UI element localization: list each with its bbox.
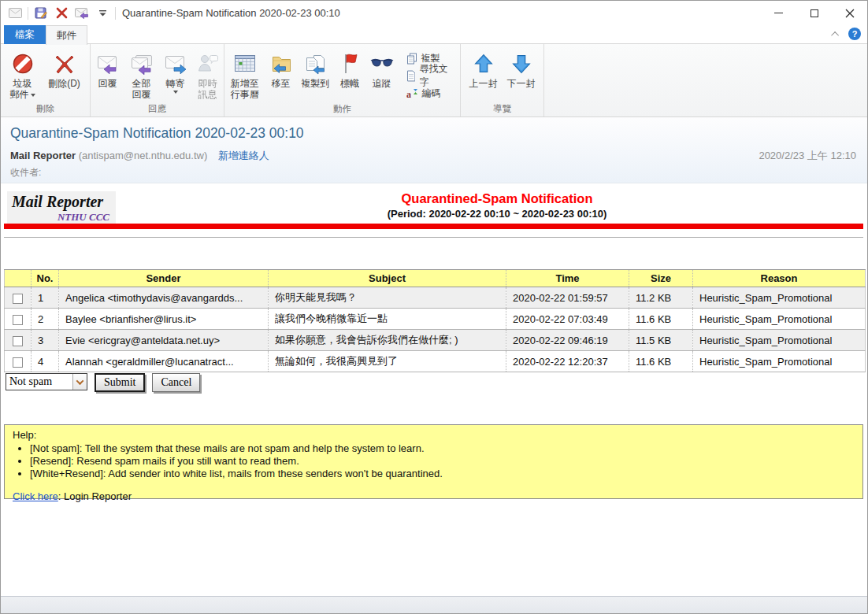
submit-button[interactable]: Submit: [95, 373, 145, 392]
col-reason: Reason: [693, 270, 866, 287]
group-label: 刪除: [36, 102, 54, 117]
copy-icon: [406, 53, 417, 65]
sunglasses-icon: [369, 50, 395, 78]
no-entry-icon: [12, 50, 34, 78]
table-row: 1 Angelica <timothydavis@avangardds... 你…: [5, 287, 866, 309]
move-to-button[interactable]: 移至: [265, 48, 297, 89]
horizontal-rule: [4, 237, 863, 238]
ribbon: 垃圾郵件 刪除(D) 刪除 回覆: [1, 44, 867, 117]
reply-all-envelopes-icon: [129, 50, 154, 78]
table-row: 3 Evie <ericgray@anteldata.net.uy> 如果你願意…: [5, 330, 866, 351]
add-contact-link[interactable]: 新增連絡人: [218, 150, 269, 161]
add-to-calendar-button[interactable]: 新增至行事曆: [224, 48, 265, 100]
close-icon: [845, 9, 855, 18]
delete-button[interactable]: 刪除(D): [42, 48, 87, 89]
help-title: Help:: [13, 429, 855, 441]
row-checkbox[interactable]: [13, 294, 23, 304]
help-item: [White+Resend]: Add sender into white li…: [30, 468, 855, 479]
minimize-button[interactable]: [761, 1, 796, 25]
instant-message-button: 即時訊息: [192, 48, 224, 100]
tab-mail[interactable]: 郵件: [46, 25, 87, 45]
maximize-icon: [811, 9, 818, 17]
next-button[interactable]: 下一封: [503, 48, 540, 89]
window-title: Quarantine-Spam Notification 2020-02-23 …: [122, 7, 340, 19]
message-date: 2020/2/23 上午 12:10: [759, 149, 856, 163]
col-size: Size: [629, 270, 693, 287]
save-icon[interactable]: [33, 6, 49, 21]
help-list: [Not spam]: Tell the system that these m…: [30, 442, 855, 479]
find-text-icon: [406, 70, 416, 82]
collapse-ribbon-icon[interactable]: [831, 31, 839, 39]
ribbon-group-actions: 新增至行事曆 移至 複製到: [224, 44, 461, 117]
status-bar: [1, 596, 867, 613]
folder-arrow-icon: [270, 50, 292, 78]
delete-icon[interactable]: [54, 6, 69, 21]
action-select[interactable]: Not spam: [6, 373, 87, 390]
help-box: Help: [Not spam]: Tell the system that t…: [4, 424, 863, 499]
copy-to-button[interactable]: 複製到: [296, 48, 334, 89]
help-item: [Resend]: Resend spam mails if you still…: [30, 455, 855, 467]
brand-block: Mail Reporter NTHU CCC: [7, 191, 116, 227]
login-reporter-link[interactable]: Click here: [13, 490, 58, 502]
forward-button[interactable]: 轉寄: [159, 48, 192, 94]
dropdown-caret-icon: [173, 91, 178, 94]
col-sender: Sender: [59, 270, 269, 287]
titlebar: Quarantine-Spam Notification 2020-02-23 …: [1, 1, 867, 25]
action-form: Not spam Submit Cancel: [6, 373, 200, 394]
flag-button[interactable]: 標幟: [334, 48, 365, 89]
red-divider-bar: [4, 224, 863, 229]
previous-button[interactable]: 上一封: [465, 48, 503, 89]
separator: [28, 7, 28, 20]
message-header: Quarantine-Spam Notification 2020-02-23 …: [1, 117, 867, 183]
reply-button[interactable]: 回覆: [91, 48, 124, 89]
checkbox-column-header: [5, 270, 32, 287]
quick-access-toolbar: [1, 6, 116, 21]
row-checkbox[interactable]: [13, 315, 23, 325]
reply-all-button[interactable]: 全部回覆: [124, 48, 159, 100]
sender-name: Mail Reporter: [10, 150, 76, 161]
dropdown-caret-icon: [31, 94, 35, 97]
down-arrow-icon: [510, 50, 532, 78]
minimize-icon: [774, 13, 783, 13]
junk-mail-button[interactable]: 垃圾郵件: [4, 48, 42, 100]
tab-file[interactable]: 檔案: [4, 25, 46, 44]
action-select-value: Not spam: [6, 375, 72, 388]
svg-text:a: a: [406, 89, 411, 99]
table-header-row: No. Sender Subject Time Size Reason: [5, 270, 866, 287]
table-row: 2 Baylee <brianfisher@lirus.it> 讓我們今晚稍微靠…: [5, 309, 866, 330]
help-icon[interactable]: ?: [848, 28, 861, 40]
flag-icon: [339, 50, 360, 78]
col-time: Time: [506, 270, 629, 287]
spam-table: No. Sender Subject Time Size Reason 1 An…: [4, 269, 866, 372]
qat-customize-icon[interactable]: [95, 6, 110, 21]
forward-envelope-icon: [164, 50, 187, 78]
ribbon-group-navigate: 上一封 下一封 導覽: [461, 44, 544, 117]
sender-address: (antispam@net.nthu.edu.tw): [79, 150, 208, 161]
window-envelope-icon: [7, 6, 23, 21]
ribbon-group-delete: 垃圾郵件 刪除(D) 刪除: [1, 44, 91, 117]
notification-title: Quarantined-Spam Notification: [292, 191, 702, 206]
ribbon-group-respond: 回覆 全部回覆 轉寄: [91, 44, 224, 117]
col-subject: Subject: [269, 270, 506, 287]
cancel-button[interactable]: Cancel: [152, 373, 200, 392]
to-label: 收件者:: [10, 166, 41, 179]
help-item: [Not spam]: Tell the system that these m…: [30, 442, 855, 454]
group-label: 回應: [148, 102, 166, 117]
row-checkbox[interactable]: [13, 357, 23, 368]
row-checkbox[interactable]: [13, 336, 23, 346]
close-button[interactable]: [832, 1, 867, 25]
maximize-button[interactable]: [796, 1, 832, 25]
notification-banner: Quarantined-Spam Notification (Period: 2…: [292, 191, 702, 220]
col-no: No.: [32, 270, 59, 287]
follow-up-button[interactable]: 追蹤: [365, 48, 399, 89]
group-label: 動作: [333, 102, 351, 117]
encoding-button[interactable]: a 編碼: [403, 84, 461, 102]
from-line: Mail Reporter (antispam@net.nthu.edu.tw)…: [10, 149, 269, 163]
reply-icon[interactable]: [74, 6, 90, 21]
reply-envelope-icon: [96, 50, 120, 78]
find-text-button[interactable]: 尋找文字: [403, 67, 461, 84]
message-subject: Quarantine-Spam Notification 2020-02-23 …: [10, 125, 304, 142]
brand-title: Mail Reporter: [12, 193, 109, 211]
mail-window: Quarantine-Spam Notification 2020-02-23 …: [0, 0, 868, 614]
message-body: Mail Reporter NTHU CCC Quarantined-Spam …: [1, 183, 867, 596]
